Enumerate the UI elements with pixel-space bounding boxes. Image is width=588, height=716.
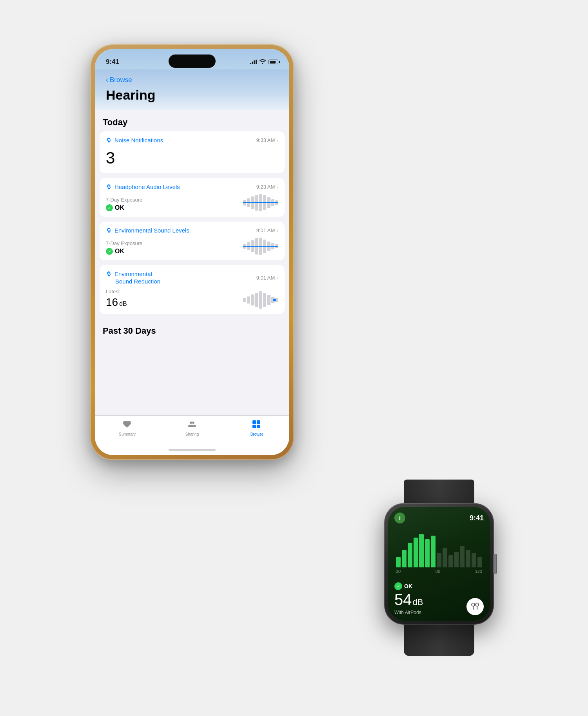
headphone-chevron-icon: ›: [276, 184, 278, 190]
watch-ok-text: OK: [404, 583, 412, 589]
status-time: 9:41: [106, 58, 119, 66]
status-bar: 9:41: [95, 49, 289, 69]
noise-card-header: Noise Notifications 9:33 AM ›: [106, 137, 278, 144]
env-sound-card[interactable]: Environmental Sound Levels 9:01 AM › 7-D…: [100, 222, 285, 260]
watch-ok-badge: ✓: [394, 582, 402, 590]
signal-bar-3: [254, 60, 255, 64]
headphone-center-line: [243, 202, 278, 203]
env-red-time: 9:01 AM ›: [256, 274, 278, 281]
svg-rect-1: [257, 420, 260, 424]
tab-browse[interactable]: Browse: [241, 420, 272, 436]
env-time-value: 9:01 AM: [256, 227, 275, 233]
watch-info-label: i: [399, 515, 401, 522]
back-button[interactable]: ‹ Browse: [106, 76, 278, 84]
iphone-inner: 9:41: [95, 49, 289, 455]
noise-title-text: Noise Notifications: [114, 137, 163, 144]
noise-chevron-icon: ›: [276, 137, 278, 144]
watch-screen: i 9:41: [388, 507, 490, 621]
tab-sharing-label: Sharing: [185, 432, 199, 436]
env-exposure-label: 7-Day Exposure: [106, 240, 142, 246]
watch-bar-3: [408, 543, 412, 567]
watch-bar-10: [448, 555, 453, 568]
env-reduction-card[interactable]: Environmental Sound Reduction 9:01 AM ›: [100, 265, 285, 314]
env-red-viz: [243, 291, 278, 309]
watch-db-value: 54 dB: [394, 592, 423, 609]
watch-bar-8: [437, 553, 441, 567]
signal-bar-1: [250, 63, 251, 64]
airpods-icon: [470, 602, 480, 612]
env-red-value-area: Latest 16 dB: [106, 289, 127, 309]
headphone-ok-text: OK: [115, 204, 124, 211]
back-link-label: Browse: [110, 76, 132, 84]
headphone-exposure-label: 7-Day Exposure: [106, 197, 142, 203]
env-red-title: Environmental Sound Reduction: [106, 271, 160, 285]
dynamic-island: [169, 55, 216, 68]
watch-bar-5: [419, 534, 424, 568]
home-bar: [169, 449, 216, 451]
watch-time: 9:41: [470, 514, 484, 522]
signal-bar-4: [256, 60, 257, 64]
watch-info-button[interactable]: i: [394, 512, 405, 523]
watch-bars-container: 30 80 120: [394, 527, 484, 579]
watch-db-unit: dB: [413, 597, 423, 607]
svg-point-6: [475, 603, 479, 606]
tab-browse-icon: [252, 420, 262, 431]
env-red-value: 16 dB: [106, 296, 127, 309]
watch-bar-13: [466, 550, 470, 567]
env-ok-badge: ✓ OK: [106, 248, 142, 255]
watch-airpods-button[interactable]: [466, 598, 484, 615]
iphone-screen: 9:41: [95, 49, 289, 455]
env-red-header: Environmental Sound Reduction 9:01 AM ›: [106, 271, 278, 285]
env-status-area: 7-Day Exposure ✓ OK: [106, 240, 142, 255]
tab-bar: Summary Sharing Browse: [95, 415, 289, 444]
header-area: ‹ Browse Hearing: [95, 69, 289, 110]
battery-fill: [270, 61, 276, 64]
tab-summary-icon: [122, 420, 132, 431]
watch-bar-9: [443, 548, 447, 568]
signal-bar-2: [252, 62, 253, 64]
env-red-body: Latest 16 dB: [106, 289, 278, 309]
watch-bar-14: [472, 553, 476, 567]
watch-scale: 30 80 120: [394, 567, 484, 574]
wifi-icon: [260, 59, 266, 65]
noise-count-value: 3: [106, 147, 278, 168]
watch-bar-11: [454, 552, 459, 568]
headphone-ok-badge: ✓ OK: [106, 204, 142, 211]
noise-notifications-card[interactable]: Noise Notifications 9:33 AM › 3: [100, 131, 285, 173]
watch-bar-4: [414, 538, 418, 568]
watch-bar-1: [396, 557, 401, 567]
scene: 9:41: [59, 25, 529, 691]
watch-bar-15: [477, 557, 482, 567]
battery-icon: [269, 60, 278, 64]
env-red-value-label: Latest: [106, 289, 127, 294]
env-center-line: [243, 246, 278, 247]
ear-icon: [106, 137, 112, 144]
env-card-title: Environmental Sound Levels: [106, 227, 189, 234]
env-red-title-line2: Sound Reduction: [115, 278, 160, 285]
watch-status-bar: i 9:41: [394, 512, 484, 523]
env-red-chevron-icon: ›: [276, 274, 278, 281]
watch-ok-row: ✓ OK: [394, 582, 484, 590]
headphone-card-header: Headphone Audio Levels 9:23 AM ›: [106, 184, 278, 190]
section-past30-header: Past 30 Days: [95, 319, 289, 340]
headphone-card-title: Headphone Audio Levels: [106, 184, 180, 190]
page-title: Hearing: [106, 88, 278, 102]
svg-rect-0: [252, 420, 256, 424]
tab-sharing-icon: [187, 420, 197, 431]
env-title-text: Environmental Sound Levels: [114, 227, 189, 234]
signal-bars-icon: [250, 60, 257, 64]
env-sound-viz: [243, 238, 278, 255]
watch-scale-80: 80: [436, 569, 440, 574]
headphone-ear-icon: [106, 184, 112, 190]
watch-band-top: [404, 480, 474, 503]
watch-band-bottom: [404, 625, 474, 656]
headphone-ok-check-icon: ✓: [106, 204, 113, 211]
tab-sharing[interactable]: Sharing: [176, 420, 208, 436]
tab-summary[interactable]: Summary: [112, 420, 143, 436]
headphone-card-body: 7-Day Exposure ✓ OK: [106, 194, 278, 211]
watch-bar-7: [431, 536, 436, 567]
headphone-audio-card[interactable]: Headphone Audio Levels 9:23 AM › 7-Day E…: [100, 178, 285, 217]
svg-rect-3: [257, 425, 260, 428]
svg-rect-2: [252, 425, 256, 428]
section-today-header: Today: [95, 110, 289, 131]
